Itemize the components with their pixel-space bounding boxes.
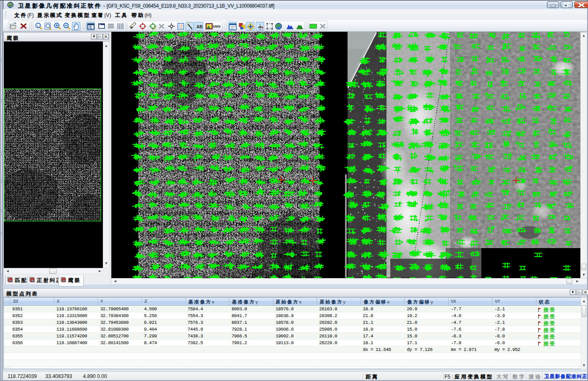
svg-text:1: 1	[37, 25, 39, 27]
svg-text:DMS: DMS	[213, 25, 221, 28]
svg-text:AB: AB	[196, 25, 202, 29]
